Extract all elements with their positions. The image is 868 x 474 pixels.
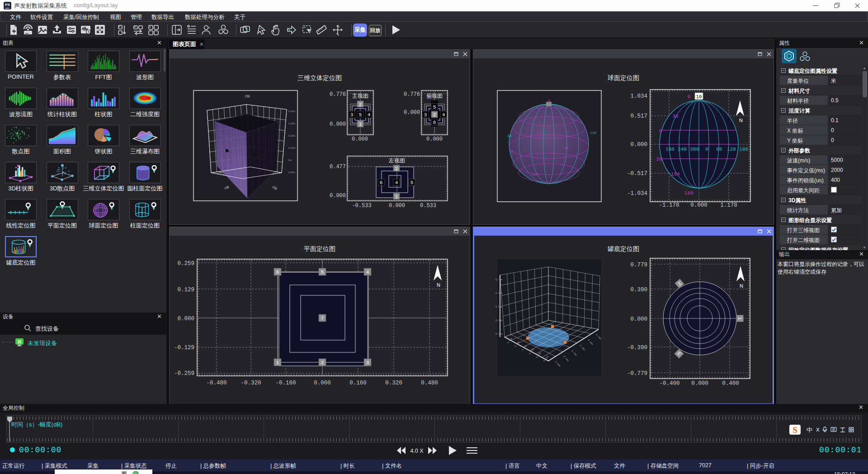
svg-text:120: 120 (590, 131, 597, 135)
svg-text:6: 6 (380, 180, 383, 185)
svg-text:150: 150 (531, 172, 538, 176)
svg-text:N: N (437, 282, 440, 288)
svg-text:0.259: 0.259 (177, 261, 194, 267)
svg-text:-0.779: -0.779 (627, 370, 647, 377)
svg-text:60: 60 (716, 147, 722, 152)
svg-text:0: 0 (705, 147, 708, 152)
svg-text:N: N (739, 118, 743, 123)
svg-text:5: 5 (433, 104, 436, 110)
svg-text:4: 4 (368, 112, 371, 118)
svg-text:180: 180 (665, 147, 675, 152)
svg-text:-0.160: -0.160 (275, 380, 296, 386)
svg-text:1: 1 (737, 317, 742, 320)
svg-text:180: 180 (684, 190, 693, 196)
svg-text:-0.129: -0.129 (174, 345, 194, 351)
svg-text:S: S (793, 425, 797, 435)
svg-text:2: 2 (395, 166, 398, 171)
svg-text:N: N (740, 283, 743, 289)
svg-text:7: 7 (321, 316, 324, 321)
svg-text:180: 180 (739, 147, 748, 152)
svg-text:0.779: 0.779 (630, 262, 647, 268)
svg-text:0.000: 0.000 (404, 109, 420, 116)
svg-text:0: 0 (511, 150, 513, 154)
svg-text:-0.480: -0.480 (206, 380, 226, 386)
svg-text:4: 4 (366, 270, 369, 275)
svg-text:0: 0 (548, 99, 550, 103)
svg-text:0.000: 0.000 (690, 202, 708, 209)
svg-text:0.776: 0.776 (404, 91, 420, 98)
svg-text:30: 30 (672, 114, 678, 119)
svg-text:0.000: 0.000 (630, 142, 647, 148)
svg-text:4: 4 (395, 180, 398, 185)
svg-text:0.776: 0.776 (330, 91, 346, 98)
svg-text:2: 2 (321, 360, 324, 365)
svg-text:0.517: 0.517 (630, 113, 647, 119)
svg-text:0.477: 0.477 (330, 164, 346, 170)
svg-text:150: 150 (671, 171, 680, 177)
svg-text:0.65m: 0.65m (495, 292, 502, 295)
svg-text:0.35m: 0.35m (495, 333, 502, 336)
svg-text:1: 1 (395, 194, 398, 199)
svg-text:240: 240 (678, 147, 687, 152)
svg-text:0.55m: 0.55m (495, 306, 502, 308)
svg-text:中: 中 (807, 427, 812, 433)
svg-text:5: 5 (359, 112, 362, 118)
svg-text:60: 60 (564, 146, 569, 150)
svg-text:0.000: 0.000 (389, 203, 405, 209)
svg-text:0.75m: 0.75m (495, 279, 502, 281)
svg-text:3: 3 (350, 112, 354, 118)
svg-text:3: 3 (424, 112, 427, 118)
svg-text:-0.400: -0.400 (659, 380, 679, 387)
svg-text:6: 6 (433, 120, 436, 125)
svg-text:0.000: 0.000 (330, 121, 346, 128)
svg-text:6: 6 (276, 270, 279, 275)
svg-text:-0.320: -0.320 (241, 380, 261, 386)
svg-text:0.45m: 0.45m (495, 319, 502, 322)
svg-text:0.129: 0.129 (177, 287, 194, 293)
svg-text:4.0 X: 4.0 X (410, 448, 424, 454)
svg-text:120: 120 (727, 147, 736, 152)
svg-text:0: 0 (659, 128, 662, 134)
svg-text:2: 2 (359, 102, 362, 107)
svg-text:5: 5 (321, 270, 324, 275)
svg-text:0.000: 0.000 (352, 136, 368, 142)
svg-text:0.320: 0.320 (385, 380, 402, 386)
svg-text:0.480: 0.480 (421, 380, 438, 386)
svg-text:-1.034: -1.034 (627, 190, 647, 197)
svg-text:5: 5 (410, 180, 414, 185)
svg-text:0.000: 0.000 (314, 380, 331, 386)
svg-text:-1.178: -1.178 (659, 202, 679, 209)
svg-text:30: 30 (507, 134, 512, 138)
svg-text:0.390: 0.390 (630, 287, 647, 293)
svg-text:0.000: 0.000 (330, 193, 346, 199)
svg-text:0.400: 0.400 (722, 380, 739, 387)
svg-text:0.40m: 0.40m (288, 110, 296, 113)
svg-text:1: 1 (359, 122, 362, 127)
svg-text:2: 2 (433, 112, 436, 118)
svg-text:-0.390: -0.390 (627, 345, 647, 351)
svg-text:0.000: 0.000 (691, 380, 708, 387)
svg-text:0.00m: 0.00m (288, 171, 296, 174)
svg-text:-0.517: -0.517 (627, 171, 647, 177)
svg-text:0.30m: 0.30m (288, 122, 296, 125)
svg-text:-0.533: -0.533 (352, 203, 371, 209)
svg-text:0m: 0m (288, 159, 292, 161)
svg-text:3: 3 (366, 360, 369, 365)
svg-text:0: 0 (688, 94, 691, 100)
svg-text:1.034: 1.034 (630, 93, 647, 100)
svg-text:10: 10 (696, 94, 702, 100)
svg-text:4: 4 (442, 112, 445, 118)
svg-text:左视图: 左视图 (388, 157, 405, 164)
svg-text:0.10m: 0.10m (288, 147, 296, 149)
svg-text:20: 20 (656, 156, 662, 162)
svg-text:1.178: 1.178 (720, 202, 737, 209)
svg-text:0.533: 0.533 (420, 203, 436, 209)
svg-text:0.20m: 0.20m (288, 134, 296, 137)
svg-text:0.160: 0.160 (349, 380, 367, 386)
svg-text:R: R (18, 339, 21, 345)
svg-text:0.000: 0.000 (426, 136, 443, 142)
svg-text:300: 300 (690, 147, 699, 152)
svg-text:0.000: 0.000 (177, 316, 194, 322)
svg-text:1: 1 (276, 360, 279, 365)
svg-text:0.000: 0.000 (630, 316, 647, 322)
